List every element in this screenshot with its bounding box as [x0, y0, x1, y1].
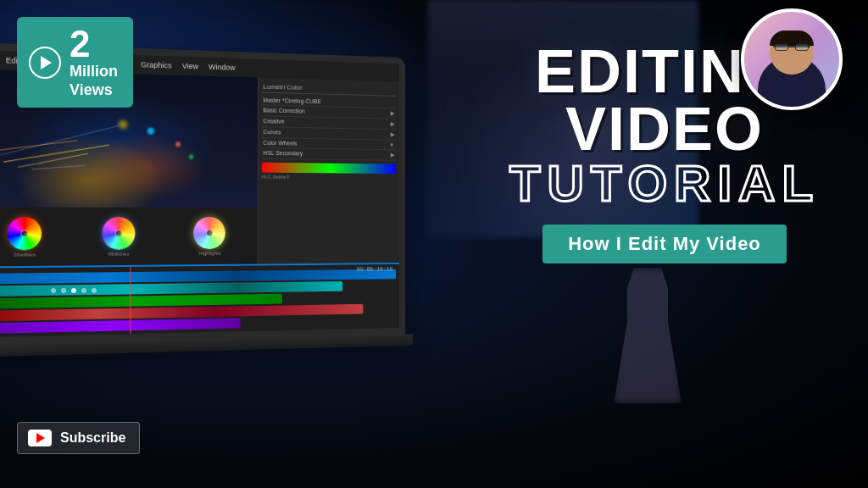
lumetri-creative-label: Creative — [263, 118, 284, 125]
playhead-indicator — [131, 267, 131, 334]
dot-navigation — [51, 288, 97, 293]
color-wheel-highlights — [194, 217, 226, 249]
views-badge: 2 Million Views — [17, 17, 133, 108]
views-label-line1: Million — [70, 63, 118, 81]
color-wheel-midtones — [103, 217, 136, 250]
views-number: 2 — [70, 25, 118, 63]
lumetri-panel: Lumetri Color Master *Cinelog-CUBE Basic… — [259, 78, 399, 264]
menu-view: View — [179, 62, 202, 71]
youtube-icon — [28, 430, 52, 446]
subscribe-button[interactable]: Subscribe — [17, 422, 140, 454]
avatar-head — [770, 30, 814, 75]
youtube-play-icon — [36, 433, 45, 443]
lumetri-title: Lumetri Color — [261, 81, 396, 97]
views-label-line2: Views — [70, 81, 118, 100]
lumetri-colorwheels-label: Color Wheels — [263, 140, 297, 147]
views-text-block: 2 Million Views — [70, 25, 118, 99]
lumetri-hsl[interactable]: HSL Secondary ▶ — [261, 148, 396, 161]
dot-2 — [61, 288, 66, 293]
dot-5 — [92, 288, 97, 293]
avatar-circle — [741, 8, 843, 110]
main-title-line2: TUTORIAL — [478, 158, 851, 209]
subscribe-label: Subscribe — [60, 430, 125, 446]
dot-1 — [51, 288, 56, 293]
thumbnail-container: File Edit Clip Sequence Markers Graphics… — [0, 0, 868, 488]
lumetri-hsl-label: HSL Secondary — [263, 150, 303, 158]
lumetri-curves-label: Curves — [263, 129, 281, 136]
play-triangle-icon — [41, 56, 52, 69]
color-wheels-area: Shadows Midtones — [0, 208, 258, 267]
dot-4 — [81, 288, 86, 293]
lumetri-basic-label: Basic Correction — [263, 107, 304, 114]
timeline-panel: 00:00:10:18 — [0, 263, 399, 338]
dot-3-active — [71, 288, 76, 293]
menu-window: Window — [205, 63, 238, 72]
play-icon-circle — [29, 47, 61, 79]
timecode-display: 00:00:10:18 — [357, 266, 393, 273]
lumetri-master-label: Master *Cinelog-CUBE — [263, 97, 321, 105]
avatar-person — [744, 12, 839, 107]
color-wheel-shadows — [8, 217, 42, 251]
subtitle-banner: How I Edit My Video — [542, 225, 787, 263]
menu-graphics: Graphics — [137, 60, 175, 70]
